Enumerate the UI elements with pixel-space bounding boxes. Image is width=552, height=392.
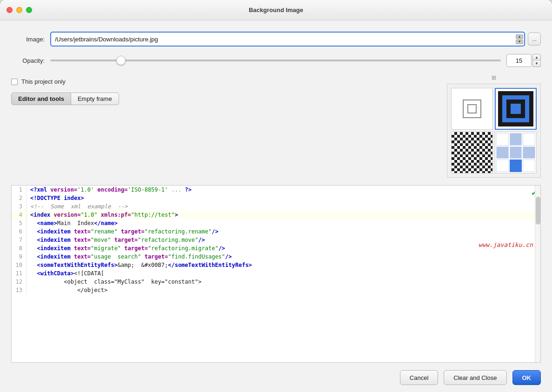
dialog-window: Background Image Image: ▲ ▼ ... Opacity: xyxy=(0,0,552,392)
watermark-text: www.javatiku.cn xyxy=(479,241,533,248)
line-number: 2 xyxy=(12,194,27,202)
checkbox-row: This project only xyxy=(11,78,443,85)
line-number: 6 xyxy=(12,227,27,236)
code-line-5: 5 <name>Main Index</name> xyxy=(12,219,540,227)
opacity-spinner: ▲ ▼ xyxy=(532,54,541,67)
code-line-7: 7 <indexitem text="move" target="refacto… xyxy=(12,236,540,244)
project-only-checkbox[interactable] xyxy=(11,79,18,85)
line-content: <someTextWithEntityRefs>&amp; &#x00B7;</… xyxy=(27,261,540,269)
preview-cell-1[interactable] xyxy=(451,88,493,130)
left-options: This project only Editor and tools Empty… xyxy=(11,74,443,105)
line-content: <indexitem text="usage search" target="f… xyxy=(27,252,540,261)
nested-box-outer xyxy=(498,91,533,126)
code-line-12: 12 <object class="MyClass" key="constant… xyxy=(12,278,540,286)
preview-cell-2[interactable] xyxy=(495,88,537,130)
code-line-10: 10 <someTextWithEntityRefs>&amp; &#x00B7… xyxy=(12,261,540,269)
line-number: 12 xyxy=(12,278,27,286)
opacity-value: 15 xyxy=(506,54,532,67)
minimize-button[interactable] xyxy=(16,7,22,13)
code-scroll-area[interactable]: 1<?xml version='1.0' encoding='ISO-8859-… xyxy=(12,186,540,362)
image-label: Image: xyxy=(11,36,45,43)
preview-options-row: This project only Editor and tools Empty… xyxy=(11,74,541,178)
code-line-9: 9 <indexitem text="usage search" target=… xyxy=(12,252,540,261)
code-line-1: 1<?xml version='1.0' encoding='ISO-8859-… xyxy=(12,186,540,194)
code-line-8: 8 <indexitem text="migrate" target="refa… xyxy=(12,244,540,252)
cancel-button[interactable]: Cancel xyxy=(400,370,438,385)
project-only-label: This project only xyxy=(21,78,66,85)
image-input-spinner: ▲ ▼ xyxy=(516,34,523,44)
preview-small-icon: ⊞ xyxy=(492,74,496,81)
clear-close-button[interactable]: Clear and Close xyxy=(444,370,506,385)
nested-box-core xyxy=(511,104,521,114)
empty-box-inner xyxy=(467,104,477,113)
code-line-13: 13 </object> xyxy=(12,286,540,294)
image-input-wrapper: ▲ ▼ xyxy=(50,32,525,47)
code-lines: 1<?xml version='1.0' encoding='ISO-8859-… xyxy=(12,186,540,294)
opacity-number-wrapper: 15 ▲ ▼ xyxy=(506,54,541,67)
line-content: <!DOCTYPE index> xyxy=(27,194,540,202)
line-number: 8 xyxy=(12,244,27,252)
line-content: <indexitem text="migrate" target="refact… xyxy=(27,244,540,252)
image-path-input[interactable] xyxy=(50,32,525,47)
image-field-row: Image: ▲ ▼ ... xyxy=(11,32,541,47)
maximize-button[interactable] xyxy=(26,7,32,13)
opacity-field-row: Opacity: 15 ▲ ▼ xyxy=(11,54,541,67)
line-content: <?xml version='1.0' encoding='ISO-8859-1… xyxy=(27,186,540,194)
line-content: <withCData><![CDATA[ xyxy=(27,269,540,278)
line-number: 10 xyxy=(12,261,27,269)
nested-box-mid xyxy=(502,95,529,122)
image-input-container: ▲ ▼ ... xyxy=(50,32,541,47)
code-line-11: 11 <withCData><![CDATA[ xyxy=(12,269,540,278)
code-line-3: 3<!-- Some xml example --> xyxy=(12,202,540,211)
window-controls xyxy=(7,7,32,13)
line-content: </object> xyxy=(27,286,540,294)
line-number: 3 xyxy=(12,202,27,211)
dialog-title: Background Image xyxy=(249,7,303,13)
line-content: <index version="1.0" xmlns:pf="http://te… xyxy=(27,211,540,219)
dialog-body: Image: ▲ ▼ ... Opacity: 15 xyxy=(0,20,552,363)
opacity-label: Opacity: xyxy=(11,57,45,64)
tab-editor-tools[interactable]: Editor and tools xyxy=(11,93,71,105)
line-number: 11 xyxy=(12,269,27,278)
code-line-4: 4<index version="1.0" xmlns:pf="http://t… xyxy=(12,211,540,219)
code-editor: 1<?xml version='1.0' encoding='ISO-8859-… xyxy=(11,185,541,363)
line-number: 13 xyxy=(12,286,27,294)
line-number: 5 xyxy=(12,219,27,227)
code-line-6: 6 <indexitem text="rename" target="refac… xyxy=(12,227,540,236)
close-button[interactable] xyxy=(7,7,13,13)
checkerboard-pattern xyxy=(452,132,492,173)
line-content: <indexitem text="move" target="refactori… xyxy=(27,236,540,244)
browse-button[interactable]: ... xyxy=(528,33,541,46)
preview-grid xyxy=(447,84,541,178)
preview-area: ⊞ xyxy=(447,74,541,178)
dialog-footer: Cancel Clear and Close OK xyxy=(0,363,552,392)
blue-grid-pattern xyxy=(495,132,536,173)
opacity-spin-up[interactable]: ▲ xyxy=(532,54,541,60)
ok-button[interactable]: OK xyxy=(512,370,541,385)
nested-box-inner xyxy=(506,100,525,118)
empty-box-icon xyxy=(463,100,481,118)
line-content: <!-- Some xml example --> xyxy=(27,202,540,211)
image-spin-up[interactable]: ▲ xyxy=(516,34,523,39)
opacity-spin-down[interactable]: ▼ xyxy=(532,60,541,67)
opacity-slider[interactable] xyxy=(50,60,501,61)
line-content: <object class="MyClass" key="constant"> xyxy=(27,278,540,286)
scrollbar-thumb[interactable] xyxy=(536,197,540,225)
preview-cell-3[interactable] xyxy=(451,132,493,173)
opacity-slider-container xyxy=(50,60,501,61)
line-number: 9 xyxy=(12,252,27,261)
tab-empty-frame[interactable]: Empty frame xyxy=(71,93,119,105)
code-scrollbar[interactable] xyxy=(535,186,540,362)
tabs-row: Editor and tools Empty frame xyxy=(11,93,443,105)
line-number: 4 xyxy=(12,211,27,219)
preview-cell-4[interactable] xyxy=(495,132,537,173)
line-content: <indexitem text="rename" target="refacto… xyxy=(27,227,540,236)
image-spin-down[interactable]: ▼ xyxy=(516,40,523,44)
line-content: <name>Main Index</name> xyxy=(27,219,540,227)
line-number: 1 xyxy=(12,186,27,194)
code-line-2: 2<!DOCTYPE index> xyxy=(12,194,540,202)
title-bar: Background Image xyxy=(0,0,552,20)
line-number: 7 xyxy=(12,236,27,244)
